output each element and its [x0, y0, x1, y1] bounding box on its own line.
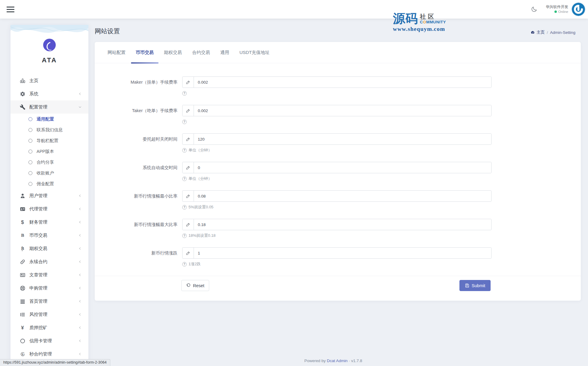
sidebar-item-label: 信用卡管理 [29, 338, 78, 344]
circle-icon [28, 117, 32, 121]
field-label: 新币行情涨幅最小比率 [95, 190, 182, 202]
online-label: Online [558, 10, 568, 14]
chevron-left-icon [78, 247, 82, 250]
sidebar-item[interactable]: 用户管理 [10, 189, 88, 202]
brand[interactable]: ATA [10, 25, 88, 64]
sidebar-item[interactable]: 代理管理 [10, 202, 88, 216]
input-group [182, 76, 491, 88]
page-title: 网站设置 [95, 27, 120, 35]
help-text: 18%就设置0.18 [189, 233, 215, 238]
sidebar-subitem[interactable]: 合约分享 [10, 157, 88, 168]
pencil-icon [183, 134, 194, 144]
avatar[interactable] [571, 2, 586, 16]
field-input[interactable] [194, 219, 491, 230]
sidebar-item[interactable]: 配置管理 [10, 100, 88, 114]
pencil-icon [183, 77, 194, 88]
sidebar-menu: 主页系统配置管理通用配置联系我们信息导航栏配置APP版本合约分享收款账户佣金配置… [10, 74, 88, 361]
life-ring-icon [19, 285, 25, 291]
sidebar-item-label: 质押挖矿 [29, 325, 78, 331]
sidebar-subitem-label: APP版本 [37, 149, 88, 154]
help-text: 1涨2跌 [189, 261, 200, 267]
chevron-left-icon [78, 286, 82, 290]
tab[interactable]: 网站配置 [102, 42, 131, 63]
watermark-url: www.shequym.com [393, 26, 446, 32]
circle-icon [28, 182, 32, 186]
sidebar-item[interactable]: 永续合约 [10, 255, 88, 268]
hamburger-menu-icon[interactable] [7, 7, 14, 12]
field-input[interactable] [194, 105, 491, 116]
link-icon [19, 259, 25, 265]
chevron-left-icon [78, 299, 82, 303]
tab[interactable]: 币币交易 [131, 42, 159, 63]
sidebar-item[interactable]: 风控管理 [10, 308, 88, 321]
top-bar: 华兴软件开发 Online [0, 0, 588, 19]
field-label: 系统自动成交时间 [95, 162, 182, 173]
breadcrumb-separator: / [547, 30, 548, 35]
field-label: Maker（挂单）手续费率 [95, 76, 182, 88]
input-group [182, 162, 491, 173]
browser-status-url: https://591.jiuzhouw.xyz/admin/admin-set… [0, 359, 110, 366]
sidebar-item[interactable]: 申购管理 [10, 281, 88, 295]
tab[interactable]: 合约交易 [187, 42, 215, 63]
sidebar-item-label: 期权交易 [29, 246, 78, 251]
chevron-left-icon [78, 273, 82, 277]
sidebar-item[interactable]: 文章管理 [10, 268, 88, 281]
svg-text:B: B [21, 246, 24, 251]
reset-button[interactable]: Reset [181, 280, 209, 291]
chevron-left-icon [78, 326, 82, 329]
sidebar-item[interactable]: B期权交易 [10, 242, 88, 255]
sidebar-subitem[interactable]: 收款账户 [10, 168, 88, 178]
chevron-left-icon [78, 92, 82, 96]
help-icon: ? [182, 234, 187, 238]
field-input[interactable] [194, 162, 491, 173]
chevron-down-icon [78, 105, 82, 109]
sidebar-subitem[interactable]: 佣金配置 [10, 178, 88, 189]
chevron-left-icon [78, 352, 82, 356]
field-input[interactable] [194, 77, 491, 88]
tab[interactable]: USDT充值地址 [234, 42, 275, 63]
sidebar-item-label: 配置管理 [29, 104, 78, 110]
tab[interactable]: 期权交易 [159, 42, 187, 63]
field-input[interactable] [194, 191, 491, 201]
field-input[interactable] [194, 134, 491, 144]
sidebar-subitem-label: 导航栏配置 [37, 138, 88, 144]
sidebar-subitem[interactable]: 导航栏配置 [10, 135, 88, 146]
help-icon: ? [182, 205, 187, 210]
help-text: 单位（分钟） [189, 147, 212, 153]
sidebar-item-label: 风控管理 [29, 312, 78, 317]
pencil-icon [183, 248, 194, 258]
sidebar-item[interactable]: 信用卡管理 [10, 334, 88, 347]
sidebar-item[interactable]: 首页管理 [10, 295, 88, 308]
sidebar-item[interactable]: 系统 [10, 87, 88, 100]
user-menu[interactable]: 华兴软件开发 Online [546, 4, 568, 14]
svg-text:B: B [21, 233, 24, 238]
tab-bar: 网站配置币币交易期权交易合约交易通用USDT充值地址 [95, 42, 581, 63]
breadcrumb-home[interactable]: 主页 [530, 30, 545, 35]
form-field-row: Maker（挂单）手续费率? [95, 76, 581, 96]
sidebar-item[interactable]: 主页 [10, 74, 88, 87]
sidebar-subitem[interactable]: 通用配置 [10, 114, 88, 124]
sidebar-subitem[interactable]: 联系我们信息 [10, 124, 88, 135]
sidebar-item[interactable]: B币币交易 [10, 229, 88, 242]
settings-form: Maker（挂单）手续费率?Taker（吃单）手续费率?委托超时关闭时间?单位（… [95, 63, 581, 267]
version-text: · v1.7.8 [348, 359, 362, 363]
dcat-admin-link[interactable]: Dcat Admin [327, 359, 348, 363]
sidebar-item[interactable]: ¥质押挖矿 [10, 321, 88, 334]
chevron-left-icon [78, 313, 82, 316]
tab[interactable]: 通用 [215, 42, 234, 63]
field-input[interactable] [194, 248, 491, 258]
settings-card: 网站配置币币交易期权交易合约交易通用USDT充值地址 Maker（挂单）手续费率… [95, 42, 581, 301]
sidebar-item[interactable]: $财务管理 [10, 216, 88, 229]
sidebar-item[interactable]: 5秒合约管理 [10, 347, 88, 361]
sidebar-subitem[interactable]: APP版本 [10, 146, 88, 157]
input-group [182, 190, 491, 202]
circle-icon [28, 150, 32, 153]
five-icon: 5 [19, 351, 25, 357]
dark-mode-moon-icon[interactable] [531, 6, 537, 13]
powered-by-text: Powered by [304, 359, 327, 363]
bar-chart-icon [19, 78, 25, 84]
sidebar-item-label: 系统 [29, 91, 78, 97]
submit-button[interactable]: Submit [459, 280, 491, 291]
sidebar-item-label: 主页 [29, 78, 82, 84]
reset-label: Reset [193, 283, 204, 288]
